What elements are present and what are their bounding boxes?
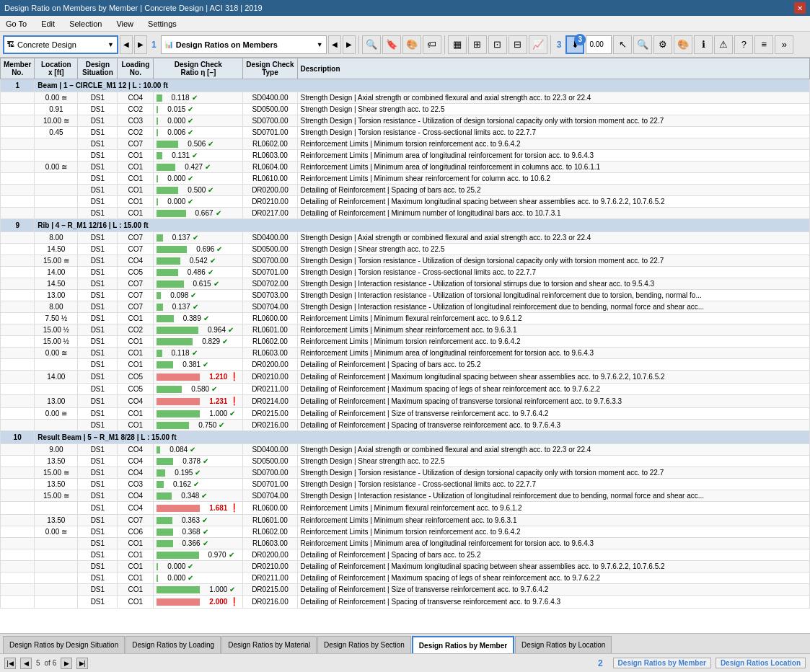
table-row[interactable]: DS1 CO1 0.366 ✔ RL0603.00 Reinforcement …	[1, 538, 810, 549]
table-row[interactable]: 13.50 DS1 CO7 0.363 ✔ RL0601.00 Reinforc…	[1, 515, 810, 526]
view-next-btn[interactable]: ▶	[343, 35, 356, 54]
search-btn[interactable]: 🔍	[362, 35, 381, 54]
cell-check-type: SD0700.00	[243, 467, 297, 479]
info-btn[interactable]: ℹ	[694, 35, 713, 54]
table-row[interactable]: DS1 CO7 0.506 ✔ RL0602.00 Reinforcement …	[1, 138, 810, 150]
cell-location: 14.50	[35, 244, 78, 255]
warning-btn[interactable]: ⚠	[714, 35, 733, 54]
table-row[interactable]: 0.00 ≅ DS1 CO4 0.118 ✔ SD0400.00 Strengt…	[1, 92, 810, 104]
table-row[interactable]: 0.00 ≅ DS1 CO1 1.000 ✔ DR0215.00 Detaili…	[1, 408, 810, 420]
ratio-bar	[157, 118, 158, 125]
table-row[interactable]: DS1 CO1 0.750 ✔ DR0216.00 Detailing of R…	[1, 420, 810, 431]
tab-design-situation[interactable]: Design Ratios by Design Situation	[3, 636, 125, 653]
status-tab-member: Design Ratios by Member	[613, 658, 711, 668]
table-row[interactable]: 13.50 DS1 CO4 0.378 ✔ SD0500.00 Strength…	[1, 456, 810, 467]
th-location: Locationx [ft]	[35, 58, 78, 79]
table-row[interactable]: 0.00 ≅ DS1 CO1 0.427 ✔ RL0604.00 Reinfor…	[1, 162, 810, 173]
table-row[interactable]: 8.00 DS1 CO7 0.137 ✔ SD0704.00 Strength …	[1, 301, 810, 313]
table-row[interactable]: DS1 CO1 1.000 ✔ DR0215.00 Detailing of R…	[1, 584, 810, 596]
page-current: 5	[36, 659, 40, 667]
settings-btn[interactable]: ⚙	[653, 35, 672, 54]
view-dropdown[interactable]: 📊 Design Ratios on Members ▼	[161, 35, 327, 54]
table-row[interactable]: 15.00 ½ DS1 CO2 0.964 ✔ RL0601.00 Reinfo…	[1, 324, 810, 336]
table-row[interactable]: 7.50 ½ DS1 CO1 0.389 ✔ RL0600.00 Reinfor…	[1, 313, 810, 324]
menu-edit[interactable]: Edit	[38, 18, 58, 30]
cell-ratio: 0.381 ✔	[154, 359, 243, 371]
table-row[interactable]: DS1 CO1 0.000 ✔ DR0210.00 Detailing of R…	[1, 561, 810, 572]
table-row[interactable]: 10.00 ≅ DS1 CO3 0.000 ✔ SD0700.00 Streng…	[1, 115, 810, 127]
table-row[interactable]: 14.50 DS1 CO7 0.615 ✔ SD0702.00 Strength…	[1, 278, 810, 290]
toolbar-left: 🏗 Concrete Design ▼ ◀ ▶	[3, 35, 147, 54]
table-row[interactable]: 0.00 ≅ DS1 CO6 0.368 ✔ RL0602.00 Reinfor…	[1, 526, 810, 538]
filter-btn[interactable]: 🔖	[382, 35, 401, 54]
table-row[interactable]: DS1 CO1 0.000 ✔ DR0211.00 Detailing of R…	[1, 572, 810, 584]
tab-loading[interactable]: Design Ratios by Loading	[126, 636, 221, 653]
table-row[interactable]: DS1 CO1 0.000 ✔ DR0210.00 Detailing of R…	[1, 196, 810, 208]
active-filter-btn[interactable]: ⬇ 3	[565, 35, 584, 54]
first-page-btn[interactable]: |◀	[4, 658, 16, 669]
help-btn[interactable]: ?	[734, 35, 753, 54]
table-row[interactable]: DS1 CO1 0.667 ✔ DR0217.00 Detailing of R…	[1, 208, 810, 219]
table-row[interactable]: DS1 CO1 0.500 ✔ DR0200.00 Detailing of R…	[1, 185, 810, 196]
menu-selection[interactable]: Selection	[66, 18, 105, 30]
last-page-btn[interactable]: ▶|	[76, 658, 88, 669]
table-row[interactable]: 15.00 ≅ DS1 CO4 0.348 ✔ SD0704.00 Streng…	[1, 490, 810, 502]
table-row[interactable]: 15.00 ½ DS1 CO1 0.829 ✔ RL0602.00 Reinfo…	[1, 336, 810, 348]
table-row[interactable]: DS1 CO1 0.970 ✔ DR0200.00 Detailing of R…	[1, 549, 810, 561]
chart-btn[interactable]: 📈	[529, 35, 547, 54]
extra-btn[interactable]: ≡	[754, 35, 773, 54]
cell-ds: DS1	[78, 162, 118, 173]
cell-member	[1, 301, 35, 313]
close-button[interactable]: ✕	[794, 2, 806, 14]
group-id: 9	[1, 219, 35, 232]
table-row[interactable]: DS1 CO1 0.131 ✔ RL0603.00 Reinforcement …	[1, 150, 810, 162]
menu-goto[interactable]: Go To	[3, 18, 30, 30]
grid-btn[interactable]: ⊟	[509, 35, 527, 54]
prev-view-btn[interactable]: ◀	[120, 35, 133, 54]
table-row[interactable]: 0.00 ≅ DS1 CO1 0.118 ✔ RL0603.00 Reinfor…	[1, 348, 810, 359]
palette-btn[interactable]: 🎨	[674, 35, 692, 54]
table-row[interactable]: 14.50 DS1 CO7 0.696 ✔ SD0500.00 Strength…	[1, 244, 810, 255]
cell-ds: DS1	[78, 115, 118, 127]
view-prev-btn[interactable]: ◀	[328, 35, 341, 54]
table-row[interactable]: 9.00 DS1 CO4 0.084 ✔ SD0400.00 Strength …	[1, 444, 810, 456]
zoom-btn[interactable]: 🔍	[633, 35, 652, 54]
table-row[interactable]: 8.00 DS1 CO7 0.137 ✔ SD0400.00 Strength …	[1, 232, 810, 244]
cursor-btn[interactable]: ↖	[613, 35, 632, 54]
table-row[interactable]: 15.00 ≅ DS1 CO4 0.195 ✔ SD0700.00 Streng…	[1, 467, 810, 479]
table-body: 1 Beam | 1 – CIRCLE_M1 12 | L : 10.00 ft…	[1, 79, 810, 609]
tab-material[interactable]: Design Ratios by Material	[221, 636, 317, 653]
table-row[interactable]: 0.45 DS1 CO2 0.006 ✔ SD0701.00 Strength …	[1, 127, 810, 138]
more-btn[interactable]: »	[775, 35, 793, 54]
columns-btn[interactable]: ⊞	[468, 35, 487, 54]
menu-view[interactable]: View	[113, 18, 136, 30]
tab-member[interactable]: Design Ratios by Member	[412, 636, 514, 653]
table-row[interactable]: 13.00 DS1 CO7 0.098 ✔ SD0703.00 Strength…	[1, 290, 810, 301]
table-row[interactable]: 13.00 DS1 CO4 1.231 ❗ DR0214.00 Detailin…	[1, 395, 810, 408]
tab-section[interactable]: Design Ratios by Section	[317, 636, 411, 653]
menu-settings[interactable]: Settings	[145, 18, 180, 30]
cell-loading: CO1	[118, 336, 154, 348]
table-row[interactable]: 14.00 DS1 CO5 1.210 ❗ DR0210.00 Detailin…	[1, 371, 810, 384]
prev-page-btn[interactable]: ◀	[20, 658, 32, 669]
table-row[interactable]: 15.00 ≅ DS1 CO4 0.542 ✔ SD0700.00 Streng…	[1, 255, 810, 267]
tab-location[interactable]: Design Ratios by Location	[515, 636, 612, 653]
table-row[interactable]: DS1 CO1 2.000 ❗ DR0216.00 Detailing of R…	[1, 596, 810, 609]
table-row[interactable]: DS1 CO1 0.000 ✔ RL0610.00 Reinforcement …	[1, 173, 810, 185]
next-page-btn[interactable]: ▶	[61, 658, 72, 669]
table-row[interactable]: 14.00 DS1 CO5 0.486 ✔ SD0701.00 Strength…	[1, 267, 810, 278]
label-btn[interactable]: 🏷	[423, 35, 441, 54]
table-row[interactable]: DS1 CO4 1.681 ❗ RL0600.00 Reinforcement …	[1, 502, 810, 515]
table-btn[interactable]: ▦	[448, 35, 467, 54]
table-row[interactable]: 0.91 DS1 CO2 0.015 ✔ SD0500.00 Strength …	[1, 104, 810, 115]
next-view-btn[interactable]: ▶	[134, 35, 147, 54]
concrete-design-dropdown[interactable]: 🏗 Concrete Design ▼	[3, 35, 118, 54]
check-icon: ✔	[229, 585, 235, 593]
cell-ds: DS1	[78, 244, 118, 255]
highlight-btn[interactable]: 🎨	[402, 35, 421, 54]
expand-btn[interactable]: ⊡	[488, 35, 507, 54]
table-row[interactable]: DS1 CO1 0.381 ✔ DR0200.00 Detailing of R…	[1, 359, 810, 371]
table-row[interactable]: 13.50 DS1 CO3 0.162 ✔ SD0701.00 Strength…	[1, 479, 810, 490]
cell-member	[1, 267, 35, 278]
table-row[interactable]: DS1 CO5 0.580 ✔ DR0211.00 Detailing of R…	[1, 384, 810, 395]
